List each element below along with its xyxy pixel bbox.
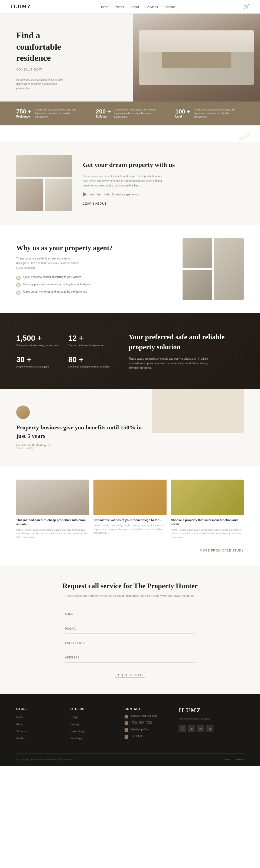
- nav-contact[interactable]: Contact: [164, 5, 176, 9]
- why-image-2: [214, 238, 244, 300]
- stat-label-0: Residence: [16, 115, 31, 118]
- request-name-input[interactable]: [65, 609, 195, 619]
- hero-title: Find a comfortable residence: [16, 30, 76, 64]
- request-form: REQUEST CALL: [65, 609, 195, 678]
- footer-other-site[interactable]: Site Page: [70, 737, 82, 740]
- stats-bar: 750 + Residence At vero eos et accusamus…: [0, 101, 260, 126]
- stat-number-0: 750 +: [16, 108, 31, 115]
- dream-learn-link[interactable]: LEARN ABOUT: [83, 202, 107, 206]
- dream-section: Get your dream property with us These ca…: [0, 142, 260, 225]
- footer-page-about[interactable]: About: [16, 723, 23, 726]
- stat-text-2: At vero eos et accusamus et iusto odio d…: [194, 108, 238, 119]
- footer-pages-title: PAGES: [16, 707, 60, 711]
- why-bullet-0: [16, 276, 21, 280]
- footer-pages-col: PAGES Home About Services Contact: [16, 707, 60, 743]
- case-card-meta-1: Home - Single Case Study, Single Case St…: [94, 524, 166, 535]
- why-item-2: Many property choices and assisted by pr…: [16, 290, 172, 295]
- dream-content: Get your dream property with us These ca…: [83, 160, 244, 206]
- stat-item-1: 200 + Building At vero eos et accusamus …: [96, 108, 164, 119]
- cart-icon[interactable]: 🛒: [244, 4, 249, 9]
- footer-others-title: OTHERS: [70, 707, 114, 711]
- pref-stat-1: 12 + Years of professional experience: [68, 334, 112, 347]
- social-icons: f in tw yt: [179, 725, 244, 732]
- preferred-title: Your preferred safe and reliable propert…: [128, 332, 244, 352]
- footer-contact-title: CONTACT: [124, 707, 168, 711]
- request-section: Request call service for The Property Hu…: [0, 566, 260, 694]
- request-address-input[interactable]: [65, 652, 195, 662]
- preferred-content: Your preferred safe and reliable propert…: [128, 332, 244, 370]
- request-profession-input[interactable]: [65, 638, 195, 648]
- footer-whatsapp-text: Whatsapp Chat: [131, 728, 149, 731]
- case-card-0: This method can turn cheap properties in…: [16, 479, 89, 542]
- live-chat-icon: [124, 735, 128, 739]
- pref-stat-number-0: 1,500 +: [16, 334, 60, 343]
- footer-contact-col: CONTACT company@gmail.com (700) - 500 - …: [124, 707, 168, 743]
- dream-video-link[interactable]: Learn from video for more experience: [83, 192, 244, 196]
- social-youtube[interactable]: yt: [207, 725, 214, 732]
- why-image-1: [183, 238, 212, 268]
- dream-description: These cases are perfectly simple and eas…: [83, 174, 164, 188]
- footer-page-contact[interactable]: Contact: [16, 737, 26, 740]
- stat-label-2: Land: [175, 115, 190, 118]
- footer-bottom: © Copyright by AIDesain-Studio — All rig…: [16, 753, 244, 761]
- social-linkedin[interactable]: in: [188, 725, 195, 732]
- hero-image: [133, 13, 260, 101]
- footer-live: Live Chat: [124, 735, 168, 739]
- why-list: Quick and easy search according to your …: [16, 276, 172, 295]
- footer-other-pricing[interactable]: Pricing: [70, 723, 79, 726]
- case-card-meta-0: Home - Single Case Study, Single Case St…: [16, 528, 89, 539]
- dream-title: Get your dream property with us: [83, 160, 244, 169]
- deco-section: [0, 125, 260, 142]
- case-card-meta-2: Home - Single Case Study, Single Case St…: [171, 528, 244, 539]
- nav-links: Home Pages About Services Contact: [100, 4, 176, 9]
- pref-stat-label-0: Clients are satisfied using our services: [16, 344, 60, 347]
- play-icon: [83, 192, 87, 196]
- stat-text-0: At vero eos et accusamus et iusto odio d…: [35, 108, 79, 119]
- why-bullet-2: [16, 290, 21, 295]
- why-image-3: [183, 270, 212, 300]
- why-content: Why us as your property agent? These cas…: [16, 243, 172, 295]
- preferred-section: 1,500 + Clients are satisfied using our …: [0, 313, 260, 389]
- request-title: Request call service for The Property Hu…: [16, 582, 244, 590]
- request-submit-button[interactable]: REQUEST CALL: [115, 673, 145, 678]
- social-twitter[interactable]: tw: [197, 725, 204, 732]
- more-case-study-link[interactable]: MORE FROM CASE STUDY: [16, 549, 244, 552]
- footer-phone-text: (700) - 500 - 7000: [131, 721, 152, 724]
- hero-content: Find a comfortable residence CONSULT NOW…: [0, 13, 133, 101]
- preferred-stats: 1,500 + Clients are satisfied using our …: [16, 334, 112, 369]
- request-phone-input[interactable]: [65, 624, 195, 634]
- pref-stat-label-3: More than developer options available: [68, 365, 112, 369]
- room-illustration: [139, 30, 254, 85]
- case-card-img-2: [171, 479, 244, 515]
- nav-about[interactable]: About: [131, 5, 139, 9]
- footer-page-services[interactable]: Services: [16, 730, 27, 733]
- footer-other-usage[interactable]: Usage: [70, 716, 78, 719]
- nav-pages[interactable]: Pages: [115, 5, 124, 9]
- hero-cta-link[interactable]: CONSULT NOW: [16, 68, 122, 71]
- footer-phone: (700) - 500 - 7000: [124, 721, 168, 725]
- footer-pages-list: Home About Services Contact: [16, 714, 60, 740]
- case-card-2: Choose a property that suits main functi…: [171, 479, 244, 542]
- footer-privacy[interactable]: Privacy: [236, 758, 244, 761]
- footer-brand-col: ILUMZ Find a comfortable residence f in …: [179, 707, 244, 743]
- hero-section: Find a comfortable residence CONSULT NOW…: [0, 13, 260, 101]
- pref-stat-label-2: Property counselor and agents: [16, 365, 60, 369]
- testimonial-name: Sarah Timothy: [16, 447, 34, 450]
- social-facebook[interactable]: f: [179, 725, 186, 732]
- nav-home[interactable]: Home: [100, 5, 108, 9]
- case-card-img-0: [16, 479, 89, 515]
- testimonial-bg: [152, 389, 244, 433]
- stat-item-2: 100 + Land At vero eos et accusamus et i…: [175, 108, 244, 119]
- brand-logo[interactable]: ILUMZ: [11, 4, 31, 9]
- request-description: These cases are perfectly simple and eas…: [16, 593, 244, 598]
- hero-image-inner: [133, 13, 260, 101]
- deco-lines: [238, 135, 252, 140]
- footer-page-home[interactable]: Home: [16, 716, 24, 719]
- pref-stat-2: 30 + Property counselor and agents: [16, 355, 60, 369]
- footer-other-case[interactable]: Case Study: [70, 730, 84, 733]
- whatsapp-icon: [124, 728, 128, 732]
- dream-image-3: [45, 179, 72, 211]
- footer-terms[interactable]: Terms: [225, 758, 231, 761]
- dream-images: [16, 155, 72, 211]
- nav-services[interactable]: Services: [145, 5, 158, 9]
